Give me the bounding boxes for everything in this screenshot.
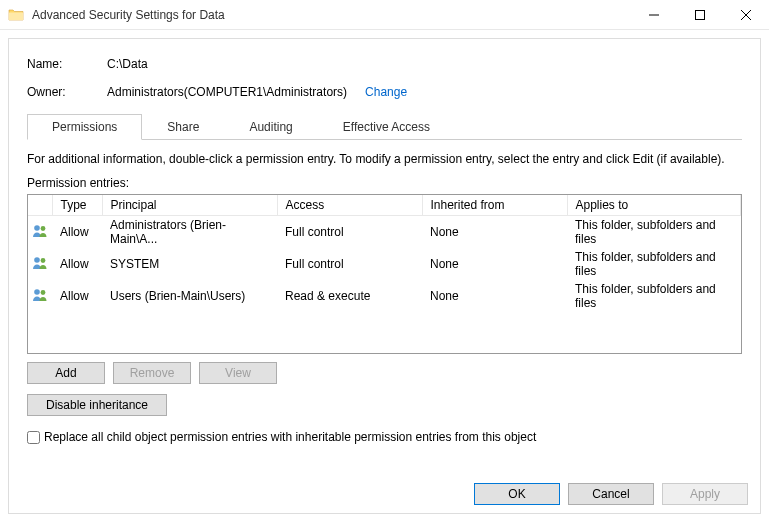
- dialog-button-row: OK Cancel Apply: [474, 483, 748, 505]
- users-icon: [28, 280, 52, 312]
- name-value: C:\Data: [107, 57, 148, 71]
- replace-checkbox-label[interactable]: Replace all child object permission entr…: [44, 430, 536, 444]
- tab-bar: Permissions Share Auditing Effective Acc…: [27, 113, 742, 140]
- owner-label: Owner:: [27, 85, 107, 99]
- svg-rect-1: [696, 10, 705, 19]
- apply-button[interactable]: Apply: [662, 483, 748, 505]
- entries-label: Permission entries:: [27, 176, 742, 190]
- disable-inheritance-button[interactable]: Disable inheritance: [27, 394, 167, 416]
- cell-principal: Administrators (Brien-Main\A...: [102, 216, 277, 249]
- dialog-content: Name: C:\Data Owner: Administrators(COMP…: [8, 38, 761, 514]
- add-button[interactable]: Add: [27, 362, 105, 384]
- col-icon[interactable]: [28, 195, 52, 216]
- replace-checkbox[interactable]: [27, 431, 40, 444]
- name-row: Name: C:\Data: [27, 57, 742, 71]
- cell-type: Allow: [52, 216, 102, 249]
- svg-point-7: [41, 258, 46, 263]
- cell-principal: SYSTEM: [102, 248, 277, 280]
- inheritance-button-row: Disable inheritance: [27, 394, 742, 416]
- cell-access: Full control: [277, 248, 422, 280]
- users-icon: [28, 216, 52, 249]
- users-icon: [28, 248, 52, 280]
- name-label: Name:: [27, 57, 107, 71]
- col-inherited[interactable]: Inherited from: [422, 195, 567, 216]
- tab-effective-access[interactable]: Effective Access: [318, 114, 455, 140]
- table-row[interactable]: AllowAdministrators (Brien-Main\A...Full…: [28, 216, 741, 249]
- tab-share[interactable]: Share: [142, 114, 224, 140]
- cell-principal: Users (Brien-Main\Users): [102, 280, 277, 312]
- cancel-button[interactable]: Cancel: [568, 483, 654, 505]
- cell-access: Full control: [277, 216, 422, 249]
- titlebar: Advanced Security Settings for Data: [0, 0, 769, 30]
- svg-point-6: [34, 257, 40, 263]
- cell-inherited: None: [422, 248, 567, 280]
- cell-applies: This folder, subfolders and files: [567, 280, 741, 312]
- remove-button[interactable]: Remove: [113, 362, 191, 384]
- close-button[interactable]: [723, 0, 769, 30]
- entry-button-row: Add Remove View: [27, 362, 742, 384]
- view-button[interactable]: View: [199, 362, 277, 384]
- cell-applies: This folder, subfolders and files: [567, 248, 741, 280]
- tab-auditing[interactable]: Auditing: [224, 114, 317, 140]
- ok-button[interactable]: OK: [474, 483, 560, 505]
- window-title: Advanced Security Settings for Data: [32, 8, 631, 22]
- svg-point-4: [34, 225, 40, 231]
- table-header-row: Type Principal Access Inherited from App…: [28, 195, 741, 216]
- cell-inherited: None: [422, 216, 567, 249]
- tab-permissions[interactable]: Permissions: [27, 114, 142, 140]
- info-text: For additional information, double-click…: [27, 152, 742, 166]
- cell-access: Read & execute: [277, 280, 422, 312]
- col-principal[interactable]: Principal: [102, 195, 277, 216]
- window-controls: [631, 0, 769, 30]
- replace-checkbox-row: Replace all child object permission entr…: [27, 430, 742, 444]
- permissions-table: Type Principal Access Inherited from App…: [27, 194, 742, 354]
- col-access[interactable]: Access: [277, 195, 422, 216]
- folder-icon: [8, 7, 24, 23]
- table-row[interactable]: AllowSYSTEMFull controlNoneThis folder, …: [28, 248, 741, 280]
- change-owner-link[interactable]: Change: [365, 85, 407, 99]
- cell-type: Allow: [52, 248, 102, 280]
- cell-applies: This folder, subfolders and files: [567, 216, 741, 249]
- svg-point-5: [41, 226, 46, 231]
- col-type[interactable]: Type: [52, 195, 102, 216]
- owner-row: Owner: Administrators(COMPUTER1\Administ…: [27, 85, 742, 99]
- owner-value: Administrators(COMPUTER1\Administrators): [107, 85, 347, 99]
- col-applies[interactable]: Applies to: [567, 195, 741, 216]
- maximize-button[interactable]: [677, 0, 723, 30]
- svg-point-8: [34, 289, 40, 295]
- cell-type: Allow: [52, 280, 102, 312]
- table-row[interactable]: AllowUsers (Brien-Main\Users)Read & exec…: [28, 280, 741, 312]
- svg-point-9: [41, 290, 46, 295]
- cell-inherited: None: [422, 280, 567, 312]
- minimize-button[interactable]: [631, 0, 677, 30]
